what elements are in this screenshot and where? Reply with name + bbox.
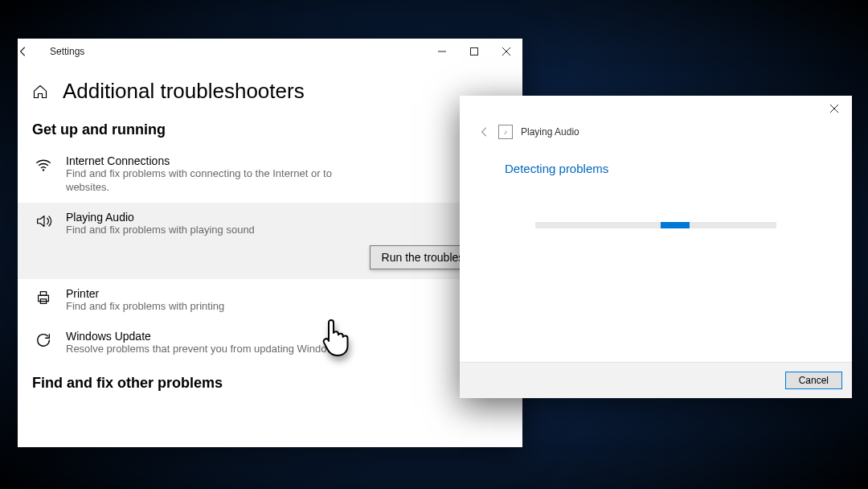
svg-rect-3: [39, 295, 49, 301]
troubleshooter-name: Printer: [66, 287, 224, 300]
window-title: Settings: [50, 46, 426, 57]
troubleshooter-windows-update[interactable]: Windows Update Resolve problems that pre…: [18, 322, 522, 364]
page-title: Additional troubleshooters: [63, 79, 305, 104]
cancel-button[interactable]: Cancel: [785, 372, 842, 389]
troubleshooter-list: Internet Connections Find and fix proble…: [18, 146, 522, 364]
svg-rect-1: [471, 48, 478, 55]
cursor-pointer-icon: [320, 317, 354, 359]
refresh-icon: [35, 331, 52, 356]
run-button-row: Run the troubleshooter: [18, 245, 522, 279]
dialog-footer: Cancel: [460, 362, 852, 398]
troubleshooter-name: Playing Audio: [66, 211, 255, 224]
troubleshooter-printer[interactable]: Printer Find and fix problems with print…: [18, 279, 522, 322]
titlebar: Settings: [18, 39, 522, 64]
maximize-button[interactable]: [458, 39, 490, 64]
section-get-up-and-running: Get up and running: [32, 121, 522, 138]
progress-bar: [535, 222, 776, 228]
troubleshooter-desc: Find and fix problems with connecting to…: [66, 167, 371, 195]
troubleshooter-playing-audio[interactable]: Playing Audio Find and fix problems with…: [18, 203, 522, 245]
dialog-status: Detecting problems: [505, 162, 852, 175]
troubleshooter-name: Internet Connections: [66, 154, 371, 167]
printer-icon: [35, 289, 52, 314]
minimize-button[interactable]: [426, 39, 458, 64]
dialog-title: Playing Audio: [521, 126, 579, 138]
troubleshooter-name: Windows Update: [66, 330, 342, 343]
svg-point-2: [43, 169, 44, 171]
speaker-icon: [35, 212, 52, 237]
settings-window: Settings Additional troubleshooters Get …: [18, 39, 522, 447]
dialog-close-button[interactable]: [817, 96, 852, 121]
dialog-back-icon: [479, 126, 490, 138]
page-header: Additional troubleshooters: [18, 64, 522, 110]
section-find-and-fix: Find and fix other problems: [32, 375, 522, 392]
troubleshooter-desc: Find and fix problems with playing sound: [66, 224, 255, 237]
close-button[interactable]: [490, 39, 522, 64]
dialog-header: ♪ Playing Audio: [460, 96, 852, 139]
wifi-icon: [35, 156, 52, 195]
back-button[interactable]: [18, 46, 50, 57]
dialog-app-icon: ♪: [498, 125, 513, 139]
troubleshooter-internet-connections[interactable]: Internet Connections Find and fix proble…: [18, 146, 522, 203]
troubleshooter-desc: Find and fix problems with printing: [66, 300, 224, 314]
home-icon[interactable]: [32, 84, 48, 100]
troubleshooter-dialog: ♪ Playing Audio Detecting problems Cance…: [460, 96, 852, 398]
progress-indicator: [661, 222, 690, 228]
troubleshooter-desc: Resolve problems that prevent you from u…: [66, 343, 342, 356]
svg-rect-4: [40, 291, 46, 295]
